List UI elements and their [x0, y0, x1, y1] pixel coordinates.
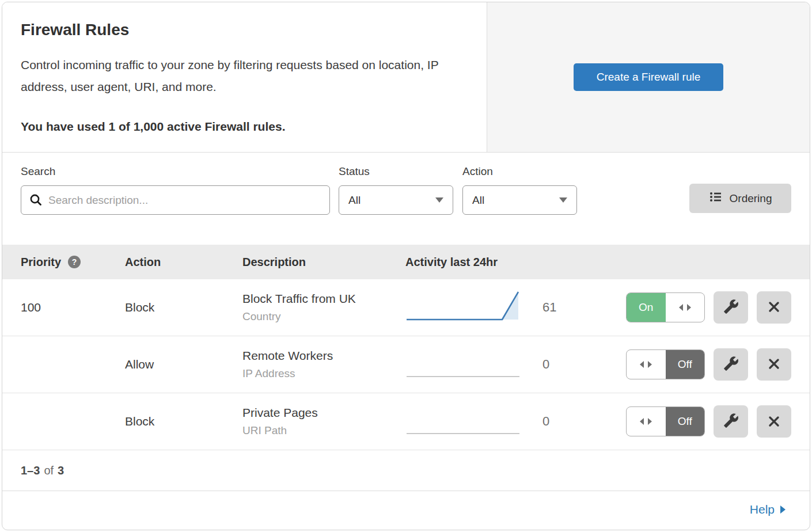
usage-note: You have used 1 of 1,000 active Firewall…: [21, 120, 468, 134]
rule-controls: Off: [590, 405, 791, 438]
rule-description: Remote Workers: [242, 349, 405, 363]
filter-bar: Search Status All Action All: [2, 153, 810, 245]
column-priority: Priority ?: [21, 256, 125, 269]
action-select[interactable]: All: [462, 185, 577, 215]
rule-controls: Off: [590, 348, 791, 381]
delete-rule-button[interactable]: [757, 291, 791, 324]
rule-controls: On: [590, 291, 791, 324]
toggle-arrows-icon: [679, 304, 691, 311]
rule-priority: 100: [21, 301, 125, 314]
search-icon: [29, 193, 43, 210]
chevron-down-icon: [435, 197, 443, 203]
rule-enabled-toggle[interactable]: Off: [626, 349, 705, 379]
status-select[interactable]: All: [339, 185, 453, 215]
edit-rule-button[interactable]: [714, 348, 748, 381]
toggle-handle: [627, 350, 666, 379]
arrow-right-icon: [780, 506, 786, 514]
ordering-button[interactable]: Ordering: [689, 184, 791, 213]
toggle-handle: [627, 407, 666, 436]
delete-rule-button[interactable]: [757, 405, 791, 438]
pagination-of-label: of: [44, 464, 54, 477]
header-text-panel: Firewall Rules Control incoming traffic …: [2, 2, 487, 152]
ordering-list-icon: [709, 190, 723, 207]
activity-sparkline: [405, 344, 526, 385]
help-bar: Help: [2, 491, 810, 528]
rule-description-cell: Block Traffic from UK Country: [242, 292, 405, 323]
activity-count: 0: [526, 414, 590, 429]
create-firewall-rule-button[interactable]: Create a Firewall rule: [574, 63, 723, 91]
column-description: Description: [242, 256, 405, 269]
rule-description-cell: Private Pages URI Path: [242, 406, 405, 437]
search-input[interactable]: [21, 185, 330, 215]
column-priority-label: Priority: [21, 256, 61, 269]
help-link-label: Help: [750, 503, 775, 516]
pagination-range: 1–3: [21, 464, 40, 477]
rule-action: Block: [125, 415, 242, 428]
priority-help-icon[interactable]: ?: [68, 256, 81, 268]
wrench-icon: [723, 413, 739, 430]
header-action-panel: Create a Firewall rule: [487, 2, 810, 152]
rule-action: Allow: [125, 358, 242, 371]
toggle-state-label: Off: [666, 350, 705, 379]
rule-description-cell: Remote Workers IP Address: [242, 349, 405, 380]
pagination-bar: 1–3 of 3: [2, 450, 810, 491]
edit-rule-button[interactable]: [714, 291, 748, 324]
help-link[interactable]: Help: [750, 503, 786, 516]
toggle-handle: [666, 293, 705, 322]
action-select-value: All: [472, 194, 484, 207]
wrench-icon: [723, 356, 739, 373]
table-header: Priority ? Action Description Activity l…: [2, 245, 810, 279]
close-icon: [767, 415, 781, 428]
wrench-icon: [723, 299, 739, 316]
close-icon: [767, 357, 781, 373]
search-label: Search: [21, 165, 330, 178]
activity-count: 0: [526, 357, 590, 372]
action-label: Action: [462, 165, 577, 178]
chevron-down-icon: [559, 197, 567, 203]
header: Firewall Rules Control incoming traffic …: [2, 2, 810, 153]
delete-rule-button[interactable]: [757, 348, 791, 381]
rule-enabled-toggle[interactable]: Off: [626, 406, 705, 436]
action-filter-group: Action All: [462, 165, 577, 215]
column-activity: Activity last 24hr: [405, 256, 526, 269]
toggle-state-label: On: [627, 293, 666, 322]
ordering-button-label: Ordering: [730, 192, 772, 205]
rule-action: Block: [125, 301, 242, 314]
rule-description: Private Pages: [242, 406, 405, 420]
rule-match-type: IP Address: [242, 367, 405, 380]
page-title: Firewall Rules: [21, 21, 468, 39]
status-select-value: All: [348, 194, 361, 207]
rule-match-type: Country: [242, 310, 405, 323]
rule-match-type: URI Path: [242, 424, 405, 437]
rule-description: Block Traffic from UK: [242, 292, 405, 306]
pagination-total: 3: [58, 464, 64, 477]
status-filter-group: Status All: [339, 165, 453, 215]
toggle-state-label: Off: [666, 407, 705, 436]
activity-count: 61: [526, 300, 590, 315]
close-icon: [767, 300, 781, 316]
table-row: 100 Block Block Traffic from UK Country …: [2, 279, 810, 336]
column-action: Action: [125, 256, 242, 269]
rule-enabled-toggle[interactable]: On: [626, 292, 705, 322]
page-description: Control incoming traffic to your zone by…: [21, 54, 464, 98]
search-group: Search: [21, 165, 330, 215]
edit-rule-button[interactable]: [714, 405, 748, 438]
search-field-wrap: [21, 185, 330, 215]
status-label: Status: [339, 165, 453, 178]
toggle-arrows-icon: [640, 361, 652, 368]
activity-sparkline: [405, 401, 526, 442]
toggle-arrows-icon: [640, 418, 652, 425]
firewall-rules-card: Firewall Rules Control incoming traffic …: [2, 2, 810, 530]
activity-sparkline: [405, 287, 526, 328]
table-row: Allow Remote Workers IP Address 0 Off: [2, 336, 810, 393]
table-row: Block Private Pages URI Path 0 Off: [2, 393, 810, 450]
